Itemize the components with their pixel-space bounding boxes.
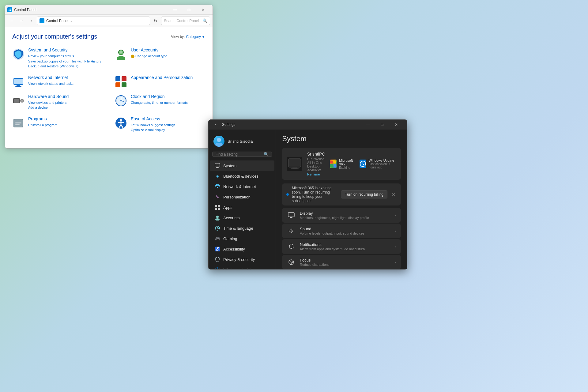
- sw-setting-focus[interactable]: Focus Reduce distractions ›: [282, 255, 401, 269]
- sw-nav-label-apps: Apps: [223, 205, 232, 210]
- cp-cat-content-ease: Ease of Access Let Windows suggest setti…: [131, 116, 175, 133]
- sw-nav-item-accounts[interactable]: Accounts: [210, 213, 274, 223]
- cp-cat-content-user: User Accounts ⬤ Change account type: [131, 47, 167, 59]
- cp-path-dropdown[interactable]: ⌄: [70, 19, 73, 23]
- cp-back-button[interactable]: ←: [7, 17, 16, 25]
- cp-cat-title-system[interactable]: System and Security: [28, 47, 101, 52]
- sw-search-bar[interactable]: Find a setting 🔍: [212, 152, 272, 157]
- cp-cat-links-hardware: View devices and printers Add a device: [28, 100, 69, 110]
- cp-cat-title-appearance[interactable]: Appearance and Personalization: [131, 75, 193, 80]
- cp-cat-content-clock: Clock and Region Change date, time, or n…: [131, 94, 188, 105]
- cp-cat-content-hardware: Hardware and Sound View devices and prin…: [28, 94, 69, 110]
- sw-nav-item-windows-update[interactable]: Windows Update: [210, 265, 274, 269]
- sw-back-button[interactable]: ←: [212, 120, 221, 129]
- cp-header-row: Adjust your computer's settings View by:…: [12, 33, 205, 40]
- sw-setting-sound[interactable]: Sound Volume levels, output, input, soun…: [282, 224, 401, 238]
- cp-cat-link-user-0[interactable]: ⬤ Change account type: [131, 54, 167, 59]
- cp-cat-icon-appearance: [115, 76, 127, 88]
- sw-nav-item-personalization[interactable]: ✎ Personalization: [210, 192, 274, 202]
- cp-cat-hardware: Hardware and Sound View devices and prin…: [12, 94, 103, 110]
- sw-minimize-button[interactable]: —: [361, 120, 375, 130]
- cp-cat-link-hardware-0[interactable]: View devices and printers: [28, 100, 69, 105]
- sw-win-controls: — □ ✕: [361, 120, 403, 130]
- svg-rect-2: [9, 10, 9, 11]
- cp-maximize-button[interactable]: □: [182, 5, 196, 15]
- sw-device-rename[interactable]: Rename: [307, 172, 325, 176]
- cp-cat-link-programs-0[interactable]: Uninstall a program: [28, 123, 57, 128]
- cp-cat-icon-hardware: [12, 95, 24, 107]
- sw-device-image: [287, 157, 302, 171]
- cp-search-bar[interactable]: Search Control Panel 🔍: [161, 17, 210, 25]
- sw-m365-sublabel: Expiring: [339, 166, 355, 169]
- cp-cat-title-programs[interactable]: Programs: [28, 116, 57, 121]
- cp-minimize-button[interactable]: —: [168, 5, 182, 15]
- svg-point-38: [215, 143, 223, 147]
- sw-device-desc: HP Pavilion All-in-One Desktop 32-b0xxx: [307, 157, 325, 172]
- sw-setting-subtitle-notifications: Alerts from apps and system, do not dist…: [300, 247, 394, 251]
- svg-rect-18: [14, 99, 19, 103]
- sw-nav-item-privacy[interactable]: Privacy & security: [210, 254, 274, 265]
- cp-viewby-option[interactable]: Category ▼: [186, 35, 205, 39]
- cp-cat-link-ease-1[interactable]: Optimize visual display: [131, 127, 175, 133]
- sw-search-icon: 🔍: [264, 152, 269, 156]
- sw-search-placeholder: Find a setting: [216, 152, 261, 156]
- cp-search-icon: 🔍: [202, 18, 207, 23]
- sw-device-card: SrishtiPC HP Pavilion All-in-One Desktop…: [282, 148, 401, 180]
- sw-nav-item-bluetooth[interactable]: ⎈ Bluetooth & devices: [210, 171, 274, 181]
- cp-cat-title-hardware[interactable]: Hardware and Sound: [28, 94, 69, 99]
- cp-categories: System and Security Review your computer…: [12, 47, 205, 133]
- sw-nav-item-network[interactable]: Network & internet: [210, 181, 274, 192]
- sw-setting-notifications[interactable]: Notifications Alerts from apps and syste…: [282, 239, 401, 254]
- sw-nav-item-gaming[interactable]: 🎮 Gaming: [210, 233, 274, 244]
- cp-cat-link-network-0[interactable]: View network status and tasks: [28, 81, 74, 86]
- cp-cat-link-hardware-1[interactable]: Add a device: [28, 105, 69, 110]
- svg-point-47: [216, 216, 219, 218]
- sw-nav-icon-apps: [215, 205, 220, 210]
- cp-forward-button[interactable]: →: [17, 17, 26, 25]
- svg-point-8: [119, 51, 123, 54]
- cp-close-button[interactable]: ✕: [196, 5, 210, 15]
- sw-setting-content-display: Display Monitors, brightness, night ligh…: [300, 211, 394, 220]
- cp-cat-ease: Ease of Access Let Windows suggest setti…: [115, 116, 205, 133]
- cp-cat-link-clock-0[interactable]: Change date, time, or number formats: [131, 100, 188, 105]
- cp-cat-title-ease[interactable]: Ease of Access: [131, 116, 175, 121]
- sw-nav-label-privacy: Privacy & security: [223, 257, 255, 262]
- svg-rect-1: [10, 9, 11, 9]
- cp-cat-title-network[interactable]: Network and Internet: [28, 75, 74, 80]
- sw-user-section[interactable]: Srishti Sisodia: [209, 133, 276, 150]
- cp-win-controls: — □ ✕: [168, 5, 210, 15]
- cp-refresh-button[interactable]: ↻: [151, 17, 160, 25]
- svg-rect-10: [14, 79, 23, 84]
- cp-cat-link-ease-0[interactable]: Let Windows suggest settings: [131, 123, 175, 128]
- sw-nav-label-windows-update: Windows Update: [223, 268, 253, 270]
- sw-nav-item-apps[interactable]: Apps: [210, 202, 274, 213]
- cp-path-bar[interactable]: Control Panel ⌄: [37, 17, 150, 25]
- cp-cat-content-network: Network and Internet View network status…: [28, 75, 74, 86]
- sw-notif-close-button[interactable]: ✕: [390, 191, 397, 198]
- cp-cat-user-accounts: User Accounts ⬤ Change account type: [115, 47, 205, 69]
- sw-setting-display[interactable]: Display Monitors, brightness, night ligh…: [282, 208, 401, 223]
- cp-cat-title-user[interactable]: User Accounts: [131, 47, 167, 52]
- cp-cat-link-system-0[interactable]: Review your computer's status: [28, 54, 101, 59]
- svg-rect-16: [122, 82, 126, 87]
- cp-cat-title-clock[interactable]: Clock and Region: [131, 94, 188, 99]
- svg-point-37: [217, 138, 221, 142]
- sw-title-text: Settings: [222, 123, 361, 127]
- sw-notif-text: Microsoft 365 is expiring soon. Turn on …: [292, 186, 338, 203]
- cp-cat-link-system-2[interactable]: Backup and Restore (Windows 7): [28, 64, 101, 69]
- control-panel-window: Control Panel — □ ✕ ← → ↑ Control Panel …: [5, 5, 213, 149]
- sw-close-button[interactable]: ✕: [389, 120, 403, 130]
- cp-cat-link-system-1[interactable]: Save backup copies of your files with Fi…: [28, 59, 101, 64]
- sw-titlebar: ← Settings — □ ✕: [209, 120, 407, 130]
- sw-maximize-button[interactable]: □: [375, 120, 389, 130]
- cp-up-button[interactable]: ↑: [27, 17, 36, 25]
- sw-nav-item-time[interactable]: Time & language: [210, 223, 274, 233]
- sw-nav-label-system: System: [223, 164, 236, 168]
- svg-rect-46: [218, 208, 220, 210]
- sw-nav-label-gaming: Gaming: [223, 236, 237, 241]
- sw-setting-title-sound: Sound: [300, 227, 394, 231]
- cp-titlebar: Control Panel — □ ✕: [5, 5, 213, 15]
- sw-nav-item-system[interactable]: System: [210, 160, 274, 171]
- sw-nav-item-accessibility[interactable]: ♿ Accessibility: [210, 244, 274, 254]
- sw-recurring-billing-button[interactable]: Turn on recurring billing: [341, 190, 387, 198]
